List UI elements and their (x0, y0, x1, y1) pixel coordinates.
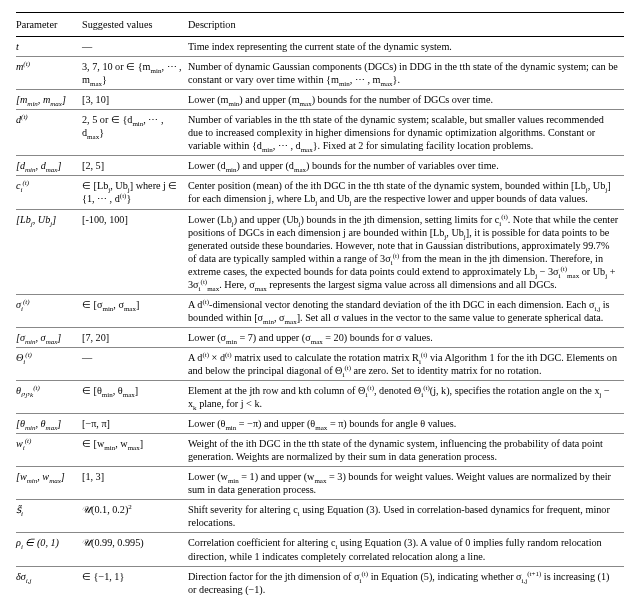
values-cell: 2, 5 or ∈ {dmin, ⋯ , dmax} (82, 110, 188, 156)
param-cell: s̃i (16, 500, 82, 533)
header-row: Parameter Suggested values Description (16, 13, 624, 37)
param-cell: [θmin, θmax] (16, 414, 82, 434)
table-row: δσi,j∈ {−1, 1}Direction factor for the j… (16, 566, 624, 595)
param-cell: ci(t) (16, 176, 82, 209)
param-cell: θi,j,k(t) (16, 381, 82, 414)
desc-cell: Lower (Lbj) and upper (Ubj) bounds in th… (188, 209, 624, 294)
table-row: m(t)3, 7, 10 or ∈ {mmin, ⋯ , mmax}Number… (16, 57, 624, 90)
table-row: [Lbj, Ubj][-100, 100]Lower (Lbj) and upp… (16, 209, 624, 294)
desc-cell: Lower (wmin = 1) and upper (wmax = 3) bo… (188, 467, 624, 500)
desc-cell: A d(t) × d(t) matrix used to calculate t… (188, 347, 624, 380)
desc-cell: Shift severity for altering ci using Equ… (188, 500, 624, 533)
col-parameter: Parameter (16, 13, 82, 37)
table-row: wi(t)∈ [wmin, wmax]Weight of the ith DGC… (16, 434, 624, 467)
param-cell: δσi,j (16, 566, 82, 595)
values-cell: — (82, 347, 188, 380)
values-cell: [3, 10] (82, 90, 188, 110)
desc-cell: Number of dynamic Gaussian components (D… (188, 57, 624, 90)
param-cell: [wmin, wmax] (16, 467, 82, 500)
table-row: d(t)2, 5 or ∈ {dmin, ⋯ , dmax}Number of … (16, 110, 624, 156)
col-description: Description (188, 13, 624, 37)
desc-cell: Element at the jth row and kth column of… (188, 381, 624, 414)
values-cell: 3, 7, 10 or ∈ {mmin, ⋯ , mmax} (82, 57, 188, 90)
table-row: Θi(t)—A d(t) × d(t) matrix used to calcu… (16, 347, 624, 380)
desc-cell: Lower (θmin = −π) and upper (θmax = π) b… (188, 414, 624, 434)
param-cell: ρi ∈ (0, 1) (16, 533, 82, 566)
col-values: Suggested values (82, 13, 188, 37)
param-cell: [Lbj, Ubj] (16, 209, 82, 294)
table-row: σi(t)∈ [σmin, σmax]A d(t)-dimensional ve… (16, 294, 624, 327)
values-cell: ∈ [σmin, σmax] (82, 294, 188, 327)
values-cell: ∈ {−1, 1} (82, 566, 188, 595)
param-cell: t (16, 37, 82, 57)
values-cell: [2, 5] (82, 156, 188, 176)
desc-cell: Time index representing the current stat… (188, 37, 624, 57)
desc-cell: Lower (mmin) and upper (mmax) bounds for… (188, 90, 624, 110)
values-cell: ∈ [Lbj, Ubj] where j ∈ {1, ⋯ , d(t)} (82, 176, 188, 209)
table-row: [wmin, wmax][1, 3]Lower (wmin = 1) and u… (16, 467, 624, 500)
values-cell: 𝒰(0.1, 0.2)2 (82, 500, 188, 533)
values-cell: [-100, 100] (82, 209, 188, 294)
values-cell: [1, 3] (82, 467, 188, 500)
param-cell: d(t) (16, 110, 82, 156)
values-cell: [−π, π] (82, 414, 188, 434)
desc-cell: Direction factor for the jth dimension o… (188, 566, 624, 595)
table-row: θi,j,k(t)∈ [θmin, θmax]Element at the jt… (16, 381, 624, 414)
table-row: [mmin, mmax][3, 10]Lower (mmin) and uppe… (16, 90, 624, 110)
param-cell: Θi(t) (16, 347, 82, 380)
desc-cell: Correlation coefficient for altering ci … (188, 533, 624, 566)
desc-cell: A d(t)-dimensional vector denoting the s… (188, 294, 624, 327)
param-cell: [mmin, mmax] (16, 90, 82, 110)
values-cell: [7, 20] (82, 327, 188, 347)
param-cell: m(t) (16, 57, 82, 90)
parameter-table: Parameter Suggested values Description t… (16, 12, 624, 595)
desc-cell: Lower (σmin = 7) and upper (σmax = 20) b… (188, 327, 624, 347)
param-cell: σi(t) (16, 294, 82, 327)
param-cell: wi(t) (16, 434, 82, 467)
table-row: s̃i𝒰(0.1, 0.2)2Shift severity for alteri… (16, 500, 624, 533)
values-cell: ∈ [wmin, wmax] (82, 434, 188, 467)
desc-cell: Center position (mean) of the ith DGC in… (188, 176, 624, 209)
table-row: ci(t)∈ [Lbj, Ubj] where j ∈ {1, ⋯ , d(t)… (16, 176, 624, 209)
desc-cell: Lower (dmin) and upper (dmax) bounds for… (188, 156, 624, 176)
param-cell: [dmin, dmax] (16, 156, 82, 176)
table-row: [σmin, σmax][7, 20]Lower (σmin = 7) and … (16, 327, 624, 347)
values-cell: ∈ [θmin, θmax] (82, 381, 188, 414)
desc-cell: Number of variables in the tth state of … (188, 110, 624, 156)
desc-cell: Weight of the ith DGC in the tth state o… (188, 434, 624, 467)
table-row: ρi ∈ (0, 1)𝒰(0.99, 0.995)Correlation coe… (16, 533, 624, 566)
table-row: t—Time index representing the current st… (16, 37, 624, 57)
table-row: [dmin, dmax][2, 5]Lower (dmin) and upper… (16, 156, 624, 176)
table-row: [θmin, θmax][−π, π]Lower (θmin = −π) and… (16, 414, 624, 434)
values-cell: — (82, 37, 188, 57)
param-cell: [σmin, σmax] (16, 327, 82, 347)
values-cell: 𝒰(0.99, 0.995) (82, 533, 188, 566)
